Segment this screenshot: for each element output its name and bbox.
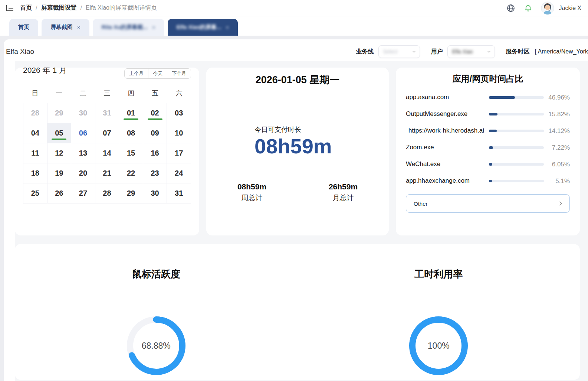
usage-bar-fill xyxy=(489,146,493,149)
breadcrumb-screenshot-settings[interactable]: 屏幕截图设置 xyxy=(41,4,76,12)
day-number: 13 xyxy=(79,149,87,157)
calendar-day-cell[interactable]: 22 xyxy=(119,163,143,183)
calendar-day-cell[interactable]: 09 xyxy=(143,123,167,143)
calendar-day-cell[interactable]: 18 xyxy=(23,163,47,183)
usage-percent: 15.82% xyxy=(547,111,570,118)
user-filter-label: 用户 xyxy=(431,48,443,56)
calendar-day-cell[interactable]: 30 xyxy=(143,183,167,203)
calendar-day-cell[interactable]: 21 xyxy=(95,163,119,183)
day-number: 19 xyxy=(55,169,63,178)
calendar-day-cell[interactable]: 05 xyxy=(47,123,72,143)
calendar-day-cell[interactable]: 28 xyxy=(23,103,47,123)
day-number: 16 xyxy=(151,149,159,157)
calendar-day-cell[interactable]: 31 xyxy=(95,103,119,123)
day-number: 18 xyxy=(31,169,39,178)
tab-2[interactable]: Rita Xu的屏幕截...× xyxy=(93,19,164,36)
calendar-day-cell[interactable]: 30 xyxy=(71,103,95,123)
top-navbar: 首页 / 屏幕截图设置 / Elfa Xiao的屏幕截图详情页 xyxy=(0,0,588,16)
calendar-day-cell[interactable]: 28 xyxy=(95,183,119,203)
tab-0[interactable]: 首页 xyxy=(9,19,38,36)
calendar-day-cell[interactable]: 14 xyxy=(95,143,119,163)
usage-bar-track xyxy=(489,146,544,149)
today-button[interactable]: 今天 xyxy=(148,69,167,78)
weekday-label: 六 xyxy=(167,89,191,98)
calendar-day-cell[interactable]: 19 xyxy=(47,163,72,183)
calendar-day-cell[interactable]: 29 xyxy=(47,103,72,123)
app-usage-row: WeChat.exe6.05% xyxy=(406,156,570,173)
app-name: WeChat.exe xyxy=(406,160,489,169)
user-name[interactable]: Jackie X xyxy=(559,5,581,12)
business-line-select[interactable]: Select xyxy=(378,45,420,58)
tab-close-icon[interactable]: × xyxy=(77,24,81,30)
calendar-day-cell[interactable]: 26 xyxy=(47,183,72,203)
timezone-label: 服务时区 xyxy=(506,48,530,56)
app-usage-row: Zoom.exe7.22% xyxy=(406,139,570,156)
payable-time-value: 08h59m xyxy=(254,135,341,158)
calendar-day-cell[interactable]: 13 xyxy=(71,143,95,163)
work-utilization-gauge: 工时利用率 100% xyxy=(298,244,580,380)
business-line-value: Select xyxy=(383,49,398,55)
gauges-card: 鼠标活跃度 68.88% 工时利用率 100% xyxy=(15,244,580,380)
sidebar-toggle-icon[interactable] xyxy=(6,5,14,12)
daily-summary-card: 2026-01-05 星期一 今日可支付时长 08h59m 08h59m 周总计… xyxy=(206,68,389,235)
day-number: 28 xyxy=(31,109,39,117)
day-number: 21 xyxy=(103,169,111,178)
calendar-day-cell[interactable]: 04 xyxy=(23,123,47,143)
day-number: 24 xyxy=(175,169,183,178)
calendar-day-cell[interactable]: 10 xyxy=(167,123,191,143)
day-number: 01 xyxy=(127,109,135,117)
breadcrumb-current-page: Elfa Xiao的屏幕截图详情页 xyxy=(86,4,157,12)
calendar-day-cell[interactable]: 06 xyxy=(71,123,95,143)
weekday-label: 五 xyxy=(143,89,167,98)
calendar-weekday-header: 日一二三四五六 xyxy=(23,84,191,103)
calendar-day-cell[interactable]: 07 xyxy=(95,123,119,143)
other-apps-button[interactable]: Other xyxy=(406,194,570,213)
day-number: 02 xyxy=(151,109,159,117)
day-number: 09 xyxy=(151,129,159,137)
day-number: 11 xyxy=(31,149,39,157)
calendar-day-cell[interactable]: 20 xyxy=(71,163,95,183)
calendar-day-cell[interactable]: 11 xyxy=(23,143,47,163)
tab-close-icon[interactable]: × xyxy=(152,24,155,30)
calendar-day-cell[interactable]: 24 xyxy=(167,163,191,183)
calendar-day-cell[interactable]: 01 xyxy=(119,103,143,123)
calendar-month-title: 2026 年 1 月 xyxy=(23,68,67,75)
work-utilization-value: 100% xyxy=(409,316,468,375)
globe-icon[interactable] xyxy=(506,4,515,13)
selected-date-title: 2026-01-05 星期一 xyxy=(256,73,340,87)
mouse-activity-gauge: 鼠标活跃度 68.88% xyxy=(15,244,298,380)
tab-label: 屏幕截图 xyxy=(50,24,73,31)
calendar-day-cell[interactable]: 23 xyxy=(143,163,167,183)
calendar-day-cell[interactable]: 03 xyxy=(167,103,191,123)
calendar-day-cell[interactable]: 15 xyxy=(119,143,143,163)
day-number: 31 xyxy=(175,189,183,198)
calendar-day-cell[interactable]: 17 xyxy=(167,143,191,163)
calendar-day-cell[interactable]: 25 xyxy=(23,183,47,203)
business-line-label: 业务线 xyxy=(356,48,374,56)
avatar[interactable] xyxy=(541,1,554,15)
usage-bar-track xyxy=(489,130,544,132)
calendar-day-cell[interactable]: 27 xyxy=(71,183,95,203)
next-month-button[interactable]: 下个月 xyxy=(167,69,191,78)
usage-bar-fill xyxy=(489,163,492,166)
tab-3[interactable]: Elfa Xiao的屏幕...× xyxy=(168,19,238,36)
breadcrumb: 首页 / 屏幕截图设置 / Elfa Xiao的屏幕截图详情页 xyxy=(20,4,157,12)
tab-close-icon[interactable]: × xyxy=(226,24,229,30)
tab-1[interactable]: 屏幕截图× xyxy=(42,19,89,36)
calendar-day-cell[interactable]: 08 xyxy=(119,123,143,143)
bell-icon[interactable] xyxy=(524,4,532,12)
calendar-day-cell[interactable]: 29 xyxy=(119,183,143,203)
calendar-day-cell[interactable]: 31 xyxy=(167,183,191,203)
calendar-day-cell[interactable]: 02 xyxy=(143,103,167,123)
breadcrumb-home[interactable]: 首页 xyxy=(20,4,32,12)
weekday-label: 一 xyxy=(47,89,71,98)
usage-bar-track xyxy=(489,113,544,115)
calendar-day-cell[interactable]: 12 xyxy=(47,143,72,163)
user-select[interactable]: Elfa Xiao xyxy=(447,45,495,58)
prev-month-button[interactable]: 上个月 xyxy=(125,69,148,78)
app-name: app.asana.com xyxy=(406,93,489,102)
app-usage-row: https://work-hk.herodash.ai14.12% xyxy=(406,123,570,139)
tab-label: Rita Xu的屏幕截... xyxy=(102,24,148,31)
app-name: https://work-hk.herodash.ai xyxy=(406,127,489,135)
calendar-day-cell[interactable]: 16 xyxy=(143,143,167,163)
